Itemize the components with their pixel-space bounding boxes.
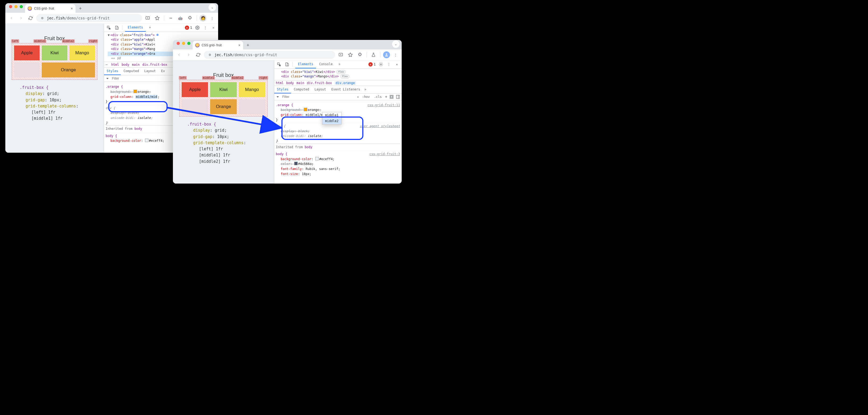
grid-demo: left middle1 middle2 right Apple Kiwi Ma…	[12, 43, 97, 80]
tab-elements[interactable]: Elements	[295, 60, 316, 68]
zoom-dot[interactable]	[20, 5, 23, 8]
error-badge[interactable]: ✕1	[368, 62, 376, 66]
subtab-styles[interactable]: Styles	[274, 86, 291, 93]
close-tab-icon[interactable]: ×	[71, 6, 73, 11]
labs-icon[interactable]	[370, 51, 377, 59]
close-dot[interactable]	[9, 5, 12, 8]
zoom-dot[interactable]	[187, 42, 190, 45]
tab-overflow-button[interactable]: ⌄	[392, 40, 400, 48]
subtab-layout[interactable]: Layout	[312, 86, 329, 93]
tab-more[interactable]: »	[336, 60, 343, 68]
extensions-icon[interactable]	[186, 14, 194, 22]
device-icon[interactable]	[284, 62, 290, 67]
install-icon[interactable]	[337, 51, 345, 59]
bookmark-icon[interactable]	[346, 51, 354, 59]
robot-icon[interactable]: 🤖	[176, 14, 184, 22]
page-heading: Fruit box	[177, 72, 270, 78]
minimize-dot[interactable]	[182, 42, 185, 45]
profile-avatar[interactable]	[383, 51, 390, 58]
styles-pane[interactable]: css-grid-fruit:11 .orange { background: …	[274, 100, 402, 182]
close-devtools-icon[interactable]: ✕	[211, 25, 216, 30]
tab-elements[interactable]: Elements	[125, 24, 146, 32]
computed-pane-icon[interactable]	[390, 95, 394, 99]
site-info-icon[interactable]: ⚙	[40, 16, 45, 20]
svg-rect-13	[396, 95, 400, 98]
tab-overflow-button[interactable]: ⌄	[209, 4, 216, 11]
scissors-icon[interactable]: ✂︎	[167, 14, 175, 22]
url-path: /demo/css-grid-fruit	[65, 16, 110, 20]
kebab-icon[interactable]: ⋮	[386, 62, 392, 67]
svg-rect-12	[391, 96, 393, 98]
subtab-computed[interactable]: Computed	[291, 86, 312, 93]
subtab-layout[interactable]: Layout	[142, 68, 158, 75]
svg-point-10	[380, 64, 381, 65]
kebab-icon[interactable]: ⋮	[203, 25, 208, 30]
inspect-icon[interactable]	[276, 62, 282, 67]
autocomplete-popup[interactable]: middle1 middle2	[322, 112, 342, 125]
forward-button[interactable]	[17, 14, 25, 22]
cell-orange: Orange	[42, 63, 95, 77]
reload-button[interactable]	[27, 14, 35, 22]
new-tab-button[interactable]: +	[76, 5, 84, 12]
grid-column-value-editing[interactable]: middle1/mid	[135, 95, 157, 99]
styles-filter-input[interactable]	[282, 95, 355, 99]
close-dot[interactable]	[177, 42, 180, 45]
menu-icon[interactable]: ⋮	[392, 51, 400, 59]
browser-tab[interactable]: CSS grid- fruit ×	[25, 4, 75, 13]
site-info-icon[interactable]: ⚙	[208, 53, 212, 57]
tab-strip: CSS grid- fruit × + ⌄	[173, 40, 402, 50]
svg-rect-7	[277, 63, 279, 65]
reload-button[interactable]	[194, 51, 202, 59]
hov-toggle[interactable]: :hov	[361, 94, 371, 99]
settings-gear-icon[interactable]	[195, 25, 200, 30]
settings-gear-icon[interactable]	[378, 62, 383, 67]
page-css-snippet: .fruit-box { display: grid; grid-gap: 10…	[177, 121, 270, 165]
minimize-dot[interactable]	[14, 5, 18, 8]
device-icon[interactable]	[114, 25, 119, 30]
subtab-styles[interactable]: Styles	[104, 68, 121, 75]
tab-more[interactable]: »	[146, 24, 154, 32]
browser-tab[interactable]: CSS grid- fruit ×	[193, 41, 243, 50]
new-rule-icon[interactable]: +	[385, 94, 387, 99]
page-viewport: Fruit box left middle1 middle2 right App…	[173, 60, 274, 184]
forward-button[interactable]	[185, 51, 193, 59]
subtab-eventlisteners[interactable]: Event Listeners	[329, 86, 363, 93]
bookmark-icon[interactable]	[153, 14, 161, 22]
subtab-eventlisteners[interactable]: Ev	[159, 68, 167, 75]
crumb-overflow-icon[interactable]: ⋯	[105, 63, 107, 66]
extensions-icon[interactable]	[356, 51, 364, 59]
error-badge[interactable]: ✕1	[185, 26, 192, 30]
new-tab-button[interactable]: +	[244, 41, 252, 49]
subtab-more-icon[interactable]: »	[363, 86, 368, 93]
inherited-divider: Inherited from body	[276, 143, 400, 151]
cls-toggle[interactable]: .cls	[373, 94, 383, 99]
autocomplete-item-selected[interactable]: middle2	[322, 118, 341, 124]
tab-strip: CSS grid- fruit × + ⌄	[5, 3, 218, 13]
favicon-icon	[28, 6, 32, 11]
inspect-icon[interactable]	[106, 25, 112, 30]
install-icon[interactable]	[144, 14, 152, 22]
profile-avatar[interactable]: 🧑	[199, 14, 207, 22]
dom-breadcrumb[interactable]: html body main div.fruit-box div.orange	[274, 80, 402, 86]
toolbar: ⚙ jec.fish/demo/css-grid-fruit ⋮	[173, 50, 402, 60]
cell-mango: Mango	[239, 82, 265, 97]
content-split: Fruit box left middle1 middle2 right App…	[173, 60, 402, 184]
comparison-stage: CSS grid- fruit × + ⌄ ⚙ jec.fish/demo/cs…	[0, 0, 415, 198]
gridline-label-left: left	[179, 76, 187, 79]
filter-icon: ⏷	[105, 76, 109, 81]
devtools-tabs: Elements »	[125, 24, 154, 32]
sidebar-toggle-icon[interactable]	[396, 95, 400, 99]
close-devtools-icon[interactable]: ✕	[394, 62, 400, 67]
ai-sparkle-icon[interactable]: ✦	[357, 95, 359, 99]
dom-tree[interactable]: <div class="kiwi">Kiwi</div>flex <div cl…	[274, 69, 402, 80]
address-bar[interactable]: ⚙ jec.fish/demo/css-grid-fruit	[204, 51, 335, 59]
back-button[interactable]	[7, 14, 16, 22]
address-bar[interactable]: ⚙ jec.fish/demo/css-grid-fruit	[36, 14, 142, 22]
back-button[interactable]	[175, 51, 183, 59]
autocomplete-item[interactable]: middle1	[322, 112, 341, 118]
fruit-grid: Apple Kiwi Mango Orange	[12, 43, 97, 80]
subtab-computed[interactable]: Computed	[121, 68, 142, 75]
tab-console[interactable]: Console	[316, 60, 336, 68]
close-tab-icon[interactable]: ×	[238, 43, 241, 47]
menu-icon[interactable]: ⋮	[208, 14, 216, 22]
